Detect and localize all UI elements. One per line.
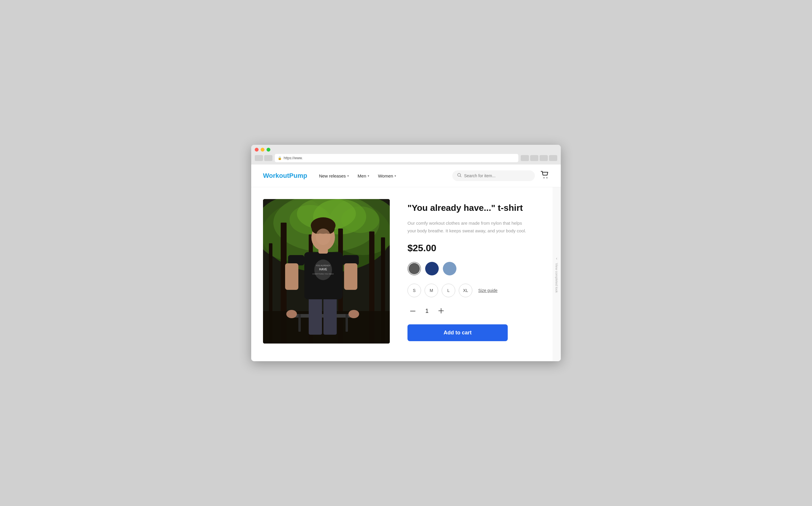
forward-button[interactable]: [264, 155, 272, 161]
search-input[interactable]: [464, 173, 530, 178]
quantity-value: 1: [424, 308, 430, 314]
svg-line-1: [460, 176, 461, 177]
nav-new-releases-label: New releases: [319, 173, 346, 178]
svg-point-37: [316, 229, 331, 245]
navbar: WorkoutPump New releases ▾ Men ▾ Women ▾: [251, 165, 561, 187]
svg-rect-22: [346, 314, 348, 332]
view-completed-look[interactable]: ‹ View completed look: [555, 256, 558, 293]
browser-toolbar: 🔒 https://www.: [255, 154, 557, 165]
svg-text:HAVE: HAVE: [319, 268, 327, 271]
cart-icon[interactable]: [541, 171, 549, 180]
size-buttons: S M L XL Size guide: [408, 284, 549, 297]
svg-point-31: [349, 310, 359, 318]
browser-action-3[interactable]: [540, 155, 548, 161]
right-sidebar: ‹ View completed look: [552, 187, 561, 361]
add-to-cart-button[interactable]: Add to cart: [408, 324, 508, 341]
address-bar[interactable]: 🔒 https://www.: [275, 154, 518, 162]
size-button-xl[interactable]: XL: [459, 284, 472, 297]
search-bar[interactable]: [452, 170, 535, 181]
browser-chrome: 🔒 https://www.: [251, 145, 561, 165]
color-swatches: [408, 262, 549, 275]
size-button-s[interactable]: S: [408, 284, 421, 297]
product-photo-svg: YOU ALREADY HAVE EVERYTHING YOU NEED: [263, 199, 390, 344]
svg-rect-24: [324, 293, 337, 335]
browser-action-4[interactable]: [549, 155, 557, 161]
browser-action-1[interactable]: [521, 155, 529, 161]
nav-links: New releases ▾ Men ▾ Women ▾: [319, 173, 446, 178]
product-details: "You already have..." t-shirt Our comfy …: [408, 199, 549, 341]
size-button-l[interactable]: L: [442, 284, 455, 297]
svg-rect-42: [410, 311, 416, 311]
browser-nav-buttons: [255, 155, 272, 161]
nav-women-label: Women: [378, 173, 393, 178]
url-text: https://www.: [284, 156, 303, 160]
color-swatch-dark-gray[interactable]: [408, 262, 421, 275]
size-button-m[interactable]: M: [425, 284, 438, 297]
quantity-control: 1: [408, 306, 549, 316]
color-swatch-navy[interactable]: [425, 262, 439, 275]
svg-text:EVERYTHING YOU NEED: EVERYTHING YOU NEED: [312, 273, 334, 275]
minimize-traffic-light[interactable]: [261, 148, 264, 152]
svg-point-30: [286, 310, 297, 318]
svg-rect-23: [309, 293, 322, 335]
svg-rect-29: [344, 263, 357, 290]
svg-rect-44: [441, 308, 441, 314]
svg-rect-28: [285, 263, 298, 290]
product-image-container: YOU ALREADY HAVE EVERYTHING YOU NEED: [263, 199, 390, 344]
chevron-down-icon: ▾: [347, 174, 349, 177]
search-icon: [457, 173, 462, 179]
color-swatch-steel-blue[interactable]: [443, 262, 456, 275]
page-content: WorkoutPump New releases ▾ Men ▾ Women ▾: [251, 165, 561, 361]
browser-actions: [521, 155, 557, 161]
product-price: $25.00: [408, 243, 549, 254]
browser-action-2[interactable]: [530, 155, 538, 161]
svg-point-3: [547, 177, 548, 178]
nav-women[interactable]: Women ▾: [378, 173, 396, 178]
nav-new-releases[interactable]: New releases ▾: [319, 173, 349, 178]
product-image: YOU ALREADY HAVE EVERYTHING YOU NEED: [263, 199, 390, 344]
chevron-left-icon: ‹: [556, 256, 557, 261]
nav-men-label: Men: [358, 173, 366, 178]
product-title: "You already have..." t-shirt: [408, 202, 549, 214]
close-traffic-light[interactable]: [255, 148, 259, 152]
view-completed-look-label: View completed look: [555, 263, 558, 293]
svg-text:YOU ALREADY: YOU ALREADY: [316, 264, 331, 267]
quantity-decrease-button[interactable]: [408, 306, 418, 316]
nav-men[interactable]: Men ▾: [358, 173, 369, 178]
traffic-lights: [255, 148, 557, 152]
lock-icon: 🔒: [278, 156, 282, 160]
chevron-down-icon: ▾: [394, 174, 396, 177]
quantity-increase-button[interactable]: [436, 306, 446, 316]
back-button[interactable]: [255, 155, 263, 161]
maximize-traffic-light[interactable]: [267, 148, 270, 152]
product-section: YOU ALREADY HAVE EVERYTHING YOU NEED "Yo…: [251, 187, 561, 361]
size-guide-link[interactable]: Size guide: [478, 288, 498, 293]
product-description: Our comfy workout clothes are made from …: [408, 220, 531, 234]
chevron-down-icon: ▾: [368, 174, 369, 177]
svg-point-2: [544, 177, 545, 178]
brand-logo[interactable]: WorkoutPump: [263, 172, 307, 180]
svg-rect-21: [298, 314, 301, 332]
